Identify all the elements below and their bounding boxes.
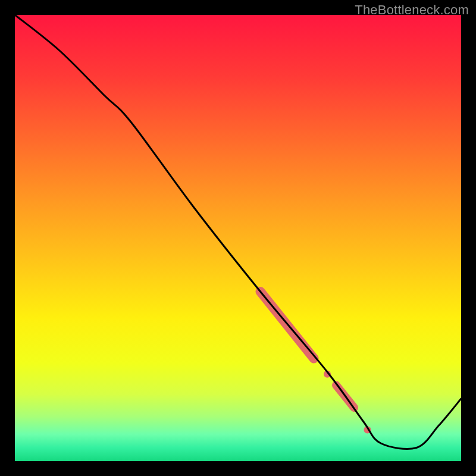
watermark-text: TheBottleneck.com [355, 2, 469, 18]
chart-background [15, 15, 461, 461]
bottleneck-chart [15, 15, 461, 461]
chart-frame: TheBottleneck.com [0, 0, 476, 476]
